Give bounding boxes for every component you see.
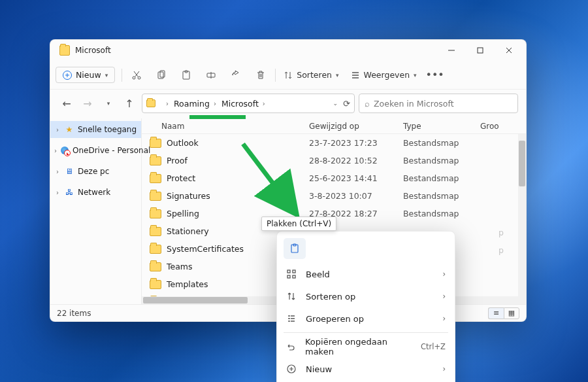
folder-icon [150, 156, 161, 165]
folder-icon [150, 139, 161, 148]
context-item-label: Sorteren op [306, 292, 355, 302]
sidebar-item-quick-access[interactable]: › ★ Snelle toegang [50, 121, 141, 138]
chevron-down-icon: ▾ [336, 72, 339, 78]
svg-line-8 [243, 144, 289, 204]
crumb-label: Roaming [174, 99, 210, 109]
chevron-right-icon: › [442, 269, 446, 279]
col-name[interactable]: Naam [147, 122, 309, 131]
col-modified[interactable]: Gewijzigd op [309, 122, 403, 131]
search-input[interactable]: ⌕ Zoeken in Microsoft [359, 94, 518, 113]
more-button[interactable]: ••• [423, 65, 447, 86]
chevron-right-icon: › [54, 126, 61, 133]
maximize-button[interactable] [466, 40, 495, 61]
new-button[interactable]: Nieuw ▾ [56, 67, 115, 83]
chevron-right-icon: › [54, 147, 57, 154]
chevron-right-icon: › [54, 168, 61, 175]
folder-icon [150, 245, 161, 254]
svg-point-1 [133, 77, 135, 79]
ghost-type: p [498, 228, 504, 237]
paste-icon[interactable] [174, 65, 198, 86]
icons-view-button[interactable]: ▦ [504, 307, 519, 319]
back-button[interactable]: ← [58, 95, 75, 112]
sidebar-item-this-pc[interactable]: › 🖥 Deze pc [50, 163, 141, 180]
address-bar[interactable]: › Roaming› Microsoft› ⌄ ⟳ [142, 94, 355, 113]
network-icon: 🖧 [65, 188, 74, 197]
context-item-label: Beeld [306, 269, 330, 279]
file-type: Bestandsmap [403, 138, 480, 148]
cut-icon[interactable] [125, 65, 148, 86]
context-paste-button[interactable] [284, 238, 306, 259]
file-modified: 23-7-2023 17:23 [309, 138, 403, 148]
svg-rect-11 [287, 270, 290, 273]
sort-label: Sorteren [297, 70, 332, 80]
folder-icon [146, 99, 155, 107]
toolbar: Nieuw ▾ Sorteren ▾ Weergeven ▾ ••• [50, 61, 526, 90]
col-size[interactable]: Groo [480, 122, 521, 131]
column-headers: Naam Gewijzigd op Type Groo [142, 118, 526, 134]
folder-icon [150, 174, 161, 183]
sidebar-item-onedrive[interactable]: › OneDrive - Personal [50, 142, 141, 159]
context-item-sort-by[interactable]: Sorteren op › [277, 285, 455, 307]
breadcrumb-microsoft[interactable]: Microsoft› [221, 99, 267, 109]
up-button[interactable]: ↑ [121, 95, 138, 112]
annotation-arrow [237, 139, 315, 217]
sort-button[interactable]: Sorteren ▾ [278, 65, 344, 86]
context-item-view[interactable]: Beeld › [277, 263, 455, 285]
breadcrumb-roaming[interactable]: Roaming› [174, 99, 218, 109]
sidebar-item-label: Netwerk [78, 188, 110, 197]
chevron-right-icon: › [442, 364, 446, 373]
view-label: Weergeven [364, 70, 410, 80]
svg-rect-12 [293, 270, 295, 273]
context-item-undo-copy[interactable]: Kopiëren ongedaan maken Ctrl+Z [277, 336, 455, 358]
onedrive-icon [61, 147, 69, 154]
separator [284, 332, 448, 333]
annotation-underline [189, 115, 246, 119]
folder-icon [150, 192, 161, 201]
context-top-icons [277, 235, 455, 263]
rename-icon[interactable] [199, 65, 223, 86]
chevron-right-icon: › [442, 292, 446, 301]
col-type[interactable]: Type [403, 122, 480, 131]
refresh-icon[interactable]: ⟳ [343, 99, 350, 109]
pc-icon: 🖥 [65, 167, 74, 176]
share-icon[interactable] [224, 65, 248, 86]
context-item-group-by[interactable]: Groeperen op › [277, 307, 455, 330]
file-name: Spelling [167, 209, 199, 218]
chevron-down-icon[interactable]: ⌄ [333, 100, 338, 107]
table-row[interactable]: Outlook23-7-2023 17:23Bestandsmap [142, 134, 526, 152]
copy-icon[interactable] [150, 65, 173, 86]
folder-icon [150, 227, 161, 236]
table-row[interactable]: Proof28-8-2022 10:52Bestandsmap [142, 152, 526, 169]
svg-point-2 [138, 77, 140, 79]
item-count: 22 items [57, 309, 91, 318]
vertical-scrollbar[interactable] [518, 134, 526, 296]
recent-button[interactable]: ▾ [100, 95, 117, 112]
sidebar-item-network[interactable]: › 🖧 Netwerk [50, 184, 141, 201]
file-type: Bestandsmap [403, 191, 480, 201]
view-button[interactable]: Weergeven ▾ [346, 65, 422, 86]
sidebar-item-label: Snelle toegang [78, 125, 137, 134]
chevron-right-icon: › [165, 100, 170, 107]
delete-icon[interactable] [249, 65, 272, 86]
file-name: Proof [167, 156, 188, 165]
context-menu: Beeld › Sorteren op › Groeperen op › Kop… [276, 231, 455, 382]
undo-icon [286, 341, 296, 352]
forward-button[interactable]: → [79, 95, 96, 112]
sidebar-item-label: Deze pc [78, 167, 109, 176]
file-name: Signatures [167, 191, 210, 201]
close-button[interactable] [495, 40, 523, 61]
folder-icon [150, 280, 161, 289]
star-icon: ★ [65, 125, 74, 134]
minimize-button[interactable] [437, 40, 466, 61]
chevron-down-icon: ▾ [414, 72, 417, 78]
table-row[interactable]: Protect25-6-2023 14:41Bestandsmap [142, 169, 526, 187]
tooltip-paste: Plakken (Ctrl+V) [261, 217, 336, 231]
chevron-right-icon: › [442, 314, 446, 323]
file-type: Bestandsmap [403, 156, 480, 165]
sort-icon [286, 291, 297, 302]
table-row[interactable]: Signatures3-8-2023 10:07Bestandsmap [142, 187, 526, 205]
context-item-new[interactable]: Nieuw › [277, 358, 455, 380]
file-name: Teams [167, 262, 193, 271]
folder-icon [150, 262, 161, 271]
details-view-button[interactable]: ≡ [488, 307, 504, 319]
